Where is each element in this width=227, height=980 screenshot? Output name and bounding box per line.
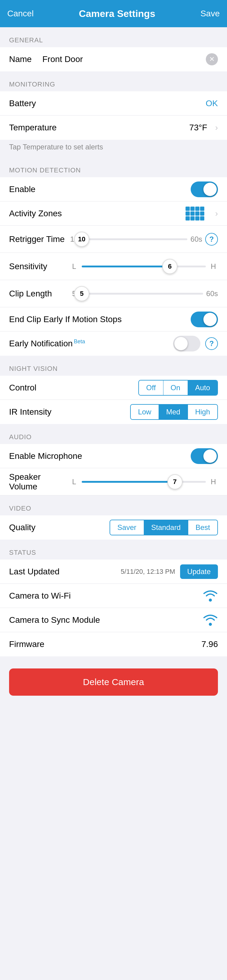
zones-icon: [185, 207, 204, 221]
wifi-row: Camera to Wi-Fi: [0, 584, 227, 608]
early-notif-label: Early NotificationBeta: [9, 339, 85, 348]
quality-row: Quality Saver Standard Best: [0, 515, 227, 539]
quality-best-button[interactable]: Best: [188, 520, 217, 535]
mic-label: Enable Microphone: [9, 451, 82, 461]
clear-name-button[interactable]: ✕: [206, 53, 218, 65]
delete-camera-button[interactable]: Delete Camera: [9, 668, 218, 696]
battery-label: Battery: [9, 99, 36, 108]
clip-track[interactable]: 5: [82, 293, 203, 294]
sensitivity-fill: [82, 266, 170, 267]
quality-standard-button[interactable]: Standard: [144, 520, 188, 535]
motion-card: Enable Activity Zones › Retrigger Time 1…: [0, 177, 227, 356]
clip-max-label: 60s: [206, 290, 218, 298]
sensitivity-thumb-container: 6: [162, 259, 177, 274]
sensitivity-track[interactable]: 6: [82, 266, 206, 267]
quality-saver-button[interactable]: Saver: [110, 520, 144, 535]
general-header: GENERAL: [0, 27, 227, 47]
last-updated-right: 5/11/20, 12:13 PM Update: [121, 565, 218, 579]
activity-zones-row[interactable]: Activity Zones ›: [0, 202, 227, 226]
ir-label: IR Intensity: [9, 407, 51, 417]
audio-header: AUDIO: [0, 424, 227, 444]
motion-header: MOTION DETECTION: [0, 157, 227, 177]
status-card: Last Updated 5/11/20, 12:13 PM Update Ca…: [0, 560, 227, 656]
video-header: VIDEO: [0, 495, 227, 515]
clip-slider-area: 5 5 60s: [70, 290, 218, 298]
end-clip-label: End Clip Early If Motion Stops: [9, 315, 121, 324]
zones-right: ›: [185, 207, 218, 221]
clip-thumb-container: 5: [74, 286, 89, 301]
cancel-button[interactable]: Cancel: [7, 9, 34, 18]
retrigger-label: Retrigger Time: [9, 234, 70, 244]
battery-row: Battery OK: [0, 91, 227, 116]
page-title: Camera Settings: [79, 8, 155, 19]
speaker-low-label: L: [70, 477, 79, 486]
retrigger-track[interactable]: 10: [82, 239, 187, 240]
wifi-icon: [203, 589, 218, 603]
enable-toggle[interactable]: [191, 181, 218, 197]
sync-wifi-icon: [203, 613, 218, 627]
mic-toggle[interactable]: [191, 448, 218, 464]
end-clip-toggle[interactable]: [191, 312, 218, 327]
control-row: Control Off On Auto: [0, 375, 227, 400]
last-updated-value: 5/11/20, 12:13 PM: [121, 568, 175, 576]
monitoring-card: Battery OK Temperature 73°F ›: [0, 91, 227, 140]
update-button[interactable]: Update: [180, 565, 218, 579]
control-on-button[interactable]: On: [163, 380, 188, 395]
sensitivity-high-label: H: [209, 262, 218, 271]
quality-segmented: Saver Standard Best: [110, 520, 218, 535]
clip-label: Clip Length: [9, 289, 70, 299]
clip-thumb: 5: [74, 286, 89, 301]
ir-segmented: Low Med High: [130, 404, 218, 420]
early-notif-toggle[interactable]: [173, 336, 200, 352]
clip-value: 5: [80, 290, 83, 298]
enable-label: Enable: [9, 185, 35, 194]
mic-row: Enable Microphone: [0, 444, 227, 468]
sensitivity-slider-area: L 6 H: [70, 262, 218, 271]
video-card: Quality Saver Standard Best: [0, 515, 227, 539]
speaker-value: 7: [173, 478, 176, 486]
monitoring-header: MONITORING: [0, 72, 227, 91]
status-header: STATUS: [0, 539, 227, 560]
name-row: Name ✕: [0, 47, 227, 72]
activity-zones-label: Activity Zones: [9, 209, 62, 218]
temperature-right: 73°F ›: [189, 123, 218, 132]
speaker-thumb: 7: [167, 474, 182, 489]
firmware-label: Firmware: [9, 640, 45, 649]
retrigger-help-icon[interactable]: ?: [205, 233, 218, 246]
nav-bar: Cancel Camera Settings Save: [0, 0, 227, 27]
quality-label: Quality: [9, 523, 35, 532]
end-clip-row: End Clip Early If Motion Stops: [0, 307, 227, 331]
wifi-label: Camera to Wi-Fi: [9, 591, 71, 601]
early-notif-right: ?: [173, 336, 218, 352]
speaker-high-label: H: [209, 477, 218, 486]
speaker-label: Speaker Volume: [9, 472, 70, 492]
general-card: Name ✕: [0, 47, 227, 72]
temperature-label: Temperature: [9, 123, 57, 132]
night-vision-header: NIGHT VISION: [0, 356, 227, 375]
control-label: Control: [9, 383, 36, 393]
sync-row: Camera to Sync Module: [0, 608, 227, 632]
control-off-button[interactable]: Off: [139, 380, 163, 395]
svg-point-0: [209, 598, 212, 601]
sensitivity-label: Sensitivity: [9, 262, 70, 271]
speaker-fill: [82, 481, 175, 483]
early-notif-row: Early NotificationBeta ?: [0, 331, 227, 356]
temperature-value: 73°F: [189, 123, 207, 132]
temperature-row[interactable]: Temperature 73°F ›: [0, 116, 227, 140]
retrigger-row: Retrigger Time 10 10 60s ?: [0, 226, 227, 253]
speaker-track[interactable]: 7: [82, 481, 206, 483]
ir-med-button[interactable]: Med: [159, 405, 188, 419]
save-button[interactable]: Save: [200, 9, 220, 18]
night-vision-card: Control Off On Auto IR Intensity Low Med…: [0, 375, 227, 424]
ir-high-button[interactable]: High: [188, 405, 217, 419]
sensitivity-thumb: 6: [162, 259, 177, 274]
name-label: Name: [9, 54, 42, 64]
retrigger-max-label: 60s: [190, 235, 202, 243]
control-auto-button[interactable]: Auto: [188, 380, 217, 395]
last-updated-label: Last Updated: [9, 567, 60, 576]
ir-low-button[interactable]: Low: [131, 405, 159, 419]
svg-point-1: [209, 623, 212, 626]
early-notif-help-icon[interactable]: ?: [205, 337, 218, 350]
firmware-row: Firmware 7.96: [0, 632, 227, 656]
name-input[interactable]: [42, 54, 206, 64]
